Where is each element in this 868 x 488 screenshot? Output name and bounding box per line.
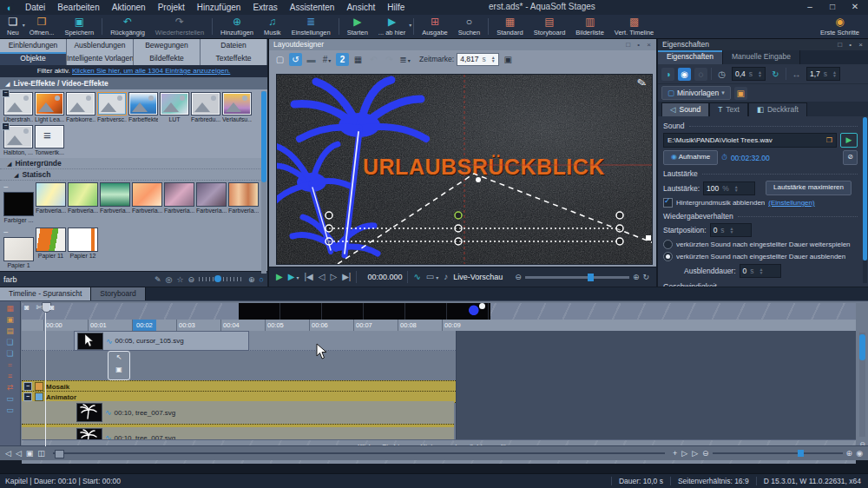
background-swatch[interactable]: − Farbverla... [68,182,98,224]
zoom-out-icon[interactable]: ⊖ [515,273,522,281]
clip-tree-svg-2[interactable]: ∿ 00:10, tree_007.svg [74,428,452,439]
toolbox-tab[interactable]: Dateien [201,39,267,52]
background-swatch[interactable]: − Farbverla... [36,182,66,224]
collapse-minus-icon[interactable]: − [2,122,10,130]
spinner-arrows-icon[interactable]: ▲▼ [734,185,739,192]
image-icon[interactable]: ▣ [734,87,747,100]
collapse-minus-icon[interactable]: − [23,392,32,401]
search-icon[interactable]: ○ [260,275,264,284]
menu-item[interactable]: Ansicht [340,2,381,13]
next-frame-icon[interactable]: ▷ [330,268,337,286]
loop-icon[interactable]: ↻ [642,273,649,281]
preview-zoom-slider[interactable] [525,276,629,279]
paper-swatch[interactable]: − Papier 11 [36,228,66,269]
search-input[interactable]: farb [3,275,17,284]
shield-icon[interactable]: ◙ [49,303,54,312]
float-icon[interactable]: □ [626,41,633,49]
timeline-overview-strip[interactable] [22,303,856,320]
filter-reset-link[interactable]: Klicken Sie hier, um alle 1304 Einträge … [72,67,230,75]
collapse-minus-icon[interactable]: − [3,228,34,237]
toolbar-button[interactable]: ⊞ Ausgabe [417,15,453,38]
duplicate-icon[interactable]: ❏ [6,338,13,346]
image-list-icon[interactable]: ▤ [6,326,14,335]
toolbar-button[interactable]: ▩ Vert. Timeline [609,15,659,38]
toolbox-tab[interactable]: Einblendungen [0,39,67,52]
menu-item[interactable]: Hilfe [381,2,411,13]
effect-thumbnail[interactable]: − Farbkorre... [66,92,95,123]
float-icon[interactable]: □ [838,41,845,49]
background-swatch[interactable]: − Farbiger ... [3,182,34,224]
prev-frame-icon[interactable]: ◁ [319,268,326,286]
paper-swatch[interactable]: − Papier 12 [68,228,98,269]
go-end-icon[interactable]: ▶| [342,268,351,286]
align-icon[interactable]: = [8,360,12,369]
close-panel-icon[interactable]: × [647,41,654,49]
toolbar-button[interactable]: ≣ Einstellungen [286,15,336,38]
zoom-out-icon[interactable]: ⊖ [187,275,194,284]
effect-thumbnail[interactable]: − Farbeffekte [128,92,158,123]
frame-alt-icon[interactable]: ▭ [6,406,14,414]
effect-thumbnail[interactable]: − Farbversc... [97,92,127,123]
object-subtab[interactable]: ◁ Sound [661,102,709,116]
properties-scrollbar[interactable] [863,117,867,283]
ghost-icon[interactable]: ◌ [694,68,707,81]
collapse-minus-icon[interactable]: − [3,182,34,192]
distribute-icon[interactable]: ≡ [8,372,12,380]
timeline-tab[interactable]: Timeline - Spuransicht [0,287,91,300]
maximize-volume-button[interactable]: Lautstärke maximieren [766,181,852,195]
spinner-arrows-icon[interactable]: ▲▼ [832,70,837,77]
effect-thumbnail[interactable]: − LUT [160,92,189,123]
eye-icon[interactable]: ◉ [678,68,691,81]
effect-thumbnail[interactable]: − Tonwertk... [35,125,64,156]
duplicate-alt-icon[interactable]: ❏ [6,349,13,358]
pin-icon[interactable]: • [849,41,854,49]
toolbar-button[interactable]: ▤ Storyboard [529,15,571,38]
minivorlagen-button[interactable]: ▢ Minivorlagen ▾ [661,86,731,100]
fade-background-checkbox[interactable] [663,198,673,208]
toolbar-button[interactable]: ⊕ Hinzufügen [215,15,259,38]
play-from-here-icon[interactable]: ▶ [288,268,299,287]
close-button[interactable]: ✕ [844,0,866,14]
toolbar-button[interactable]: ▶ Starten [342,15,373,38]
grid-icon[interactable]: # [320,53,333,66]
live-preview-label[interactable]: Live-Vorschau [453,273,503,281]
timeline-ruler[interactable]: 00:0000:0100:0200:0300:0400:0500:0600:07… [22,320,856,332]
toolbar-button[interactable]: ▶ ... ab hier [373,15,411,38]
preview-canvas[interactable]: URLAUBSRÜCKBLICK ✎ [276,74,653,265]
preview-eye-icon[interactable]: ◎ [166,275,173,284]
background-swatch[interactable]: − Farbverla... [100,182,130,224]
effect-thumbnail[interactable]: − Halbton, ... [3,125,33,156]
volume-input[interactable]: 100% ▲▼ [703,181,755,195]
toolbar-button[interactable]: ○ Suchen [453,15,485,38]
play-sound-button[interactable]: ▶ [840,133,858,148]
stop-icon[interactable]: ▣ [26,449,34,458]
timeline-vertical-scrollbar[interactable] [859,333,865,437]
effect-thumbnail[interactable]: − Überstrah... [3,92,33,123]
effect-thumbnail[interactable]: − Farbredu... [191,92,220,123]
toolbox-tab[interactable]: Texteffekte [201,52,267,65]
next-icon[interactable]: ▷ [681,449,687,458]
go-end-icon[interactable]: ▷ [692,449,698,458]
clip-cursor-svg[interactable]: ∿ 00:05, cursor_105.svg [74,331,249,351]
section-live-effects[interactable]: ◢Live-Effekte / Video-Effekte [0,77,267,89]
go-start-icon[interactable]: |◀ [304,268,312,286]
favorite-star-icon[interactable]: ☆ [176,275,183,284]
spinner-arrows-icon[interactable]: ▲▼ [758,70,762,77]
toolbar-button[interactable]: ↶ Rückgängig [105,15,150,38]
toolbar-button[interactable]: ▥ Bilderliste [570,15,609,38]
collapse-minus-icon[interactable]: − [2,89,10,97]
close-panel-icon[interactable]: × [858,41,865,49]
toolbox-tab[interactable]: Bewegungen [134,39,201,52]
nudge-forward-icon[interactable]: ↷ [383,53,396,66]
object-subtab[interactable]: ◧ Deckkraft [748,102,807,116]
menu-item[interactable]: Bearbeiten [51,2,105,13]
collapse-minus-icon[interactable]: − [23,382,32,391]
screen-icon[interactable]: ▭ [426,268,438,287]
start-position-input[interactable]: 0s ▲▼ [710,223,752,237]
menu-item[interactable]: Aktionen [106,2,152,13]
browse-folder-icon[interactable]: ❒ [826,136,832,144]
record-button[interactable]: ◉ Aufnahme [663,150,718,165]
toolbox-scrollbar[interactable] [261,91,266,274]
thumbnail-size-slider[interactable] [199,277,244,281]
nudge-back-icon[interactable]: ↶ [367,53,380,66]
